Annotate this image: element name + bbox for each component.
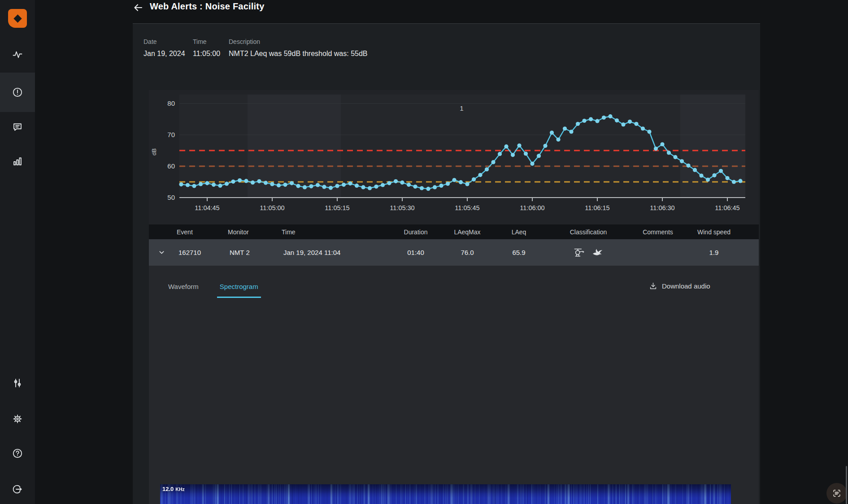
svg-text:11:05:45: 11:05:45 (455, 204, 479, 211)
brand-logo-icon[interactable] (8, 9, 27, 28)
sidebar-item-settings[interactable] (0, 406, 35, 431)
activity-icon (12, 49, 23, 60)
svg-text:1: 1 (460, 104, 463, 112)
description-label: Description (229, 38, 260, 45)
download-audio-button[interactable]: Download audio (649, 282, 710, 290)
svg-text:11:05:00: 11:05:00 (260, 204, 284, 211)
sliders-icon (12, 378, 23, 388)
event-cell: 162710 (174, 249, 225, 256)
svg-text:11:04:45: 11:04:45 (195, 204, 219, 211)
duration-cell: 01:40 (391, 249, 440, 256)
chevron-down-icon (158, 249, 165, 256)
gear-icon (12, 414, 23, 424)
column-header-monitor: Monitor (225, 228, 279, 236)
date-label: Date (144, 38, 157, 45)
svg-text:11:06:00: 11:06:00 (520, 204, 544, 211)
time-cell: Jan 19, 2024 11:04 (279, 249, 391, 256)
svg-text:11:05:15: 11:05:15 (325, 204, 349, 211)
monitor-cell: NMT 2 (225, 249, 279, 256)
sidebar-item-comments[interactable] (0, 114, 35, 139)
date-value: Jan 19, 2024 (144, 50, 185, 58)
description-value: NMT2 LAeq was 59dB threshold was: 55dB (229, 50, 368, 58)
laeqmax-cell: 76.0 (440, 249, 494, 256)
timeseries-chart: 5060708011:04:4511:05:0011:05:1511:05:30… (149, 90, 759, 220)
column-header-time: Time (279, 228, 391, 236)
logo-diamond-icon (13, 14, 22, 22)
alert-content-panel: 5060708011:04:4511:05:0011:05:1511:05:30… (149, 90, 759, 504)
wind-speed-cell: 1.9 (683, 249, 745, 256)
column-header-duration: Duration (391, 228, 440, 236)
column-header-event: Event (174, 228, 225, 236)
row-expand-toggle[interactable] (149, 249, 174, 256)
column-header-laeqmax: LAeqMax (440, 228, 494, 236)
column-header-wind-speed: Wind speed (683, 228, 745, 236)
event-detail-panel: Waveform Spectrogram Download audio 12.0… (149, 266, 759, 504)
alert-detail-card: Date Jan 19, 2024 Time 11:05:00 Descript… (133, 23, 760, 504)
freq-label-12-0: 12.0KHz (162, 486, 185, 492)
svg-text:11:06:30: 11:06:30 (650, 204, 674, 211)
svg-text:70: 70 (167, 131, 175, 138)
helicopter-icon (573, 246, 585, 258)
download-audio-label: Download audio (662, 282, 710, 290)
column-header-comments: Comments (633, 228, 683, 236)
app-root: Web Alerts : Noise Facility Date Jan 19,… (0, 0, 848, 504)
event-table-header: EventMonitorTimeDurationLAeqMaxLAeqClass… (149, 224, 759, 239)
svg-text:11:05:30: 11:05:30 (390, 204, 414, 211)
event-table-row[interactable]: 162710NMT 2Jan 19, 2024 11:0401:4076.065… (149, 239, 759, 266)
screen-capture-button[interactable] (826, 483, 847, 504)
svg-text:80: 80 (167, 99, 175, 107)
bird-icon (591, 246, 604, 258)
sidebar-item-alerts[interactable] (0, 73, 35, 112)
sidebar-item-filters[interactable] (0, 370, 35, 396)
column-header-classification: Classification (544, 228, 633, 236)
sidebar-item-help[interactable] (0, 441, 35, 466)
bar-chart-icon (12, 156, 23, 167)
tab-waveform[interactable]: Waveform (165, 279, 201, 298)
column-header-laeq: LAeq (494, 228, 544, 236)
alert-icon (12, 87, 23, 98)
comment-icon (12, 121, 23, 132)
scan-text-icon (832, 488, 842, 498)
time-value: 11:05:00 (193, 50, 220, 58)
time-label: Time (193, 38, 207, 45)
back-button[interactable] (131, 2, 145, 14)
sidebar (0, 0, 35, 504)
classification-cell (544, 246, 633, 258)
help-icon (12, 448, 23, 459)
sidebar-item-monitoring[interactable] (0, 42, 35, 67)
svg-text:dB: dB (151, 148, 157, 155)
noise-level-chart-wrap: 5060708011:04:4511:05:0011:05:1511:05:30… (149, 90, 759, 220)
spectrogram-panel: 12.0KHz9.6KHz7.2KHz4.8KHz2.4KHz0Hz (160, 484, 731, 504)
svg-text:11:06:45: 11:06:45 (715, 204, 739, 211)
tab-spectrogram[interactable]: Spectrogram (217, 279, 261, 298)
page-title: Web Alerts : Noise Facility (150, 1, 264, 12)
svg-text:11:06:15: 11:06:15 (585, 204, 609, 211)
spectrogram-canvas (160, 484, 731, 504)
sidebar-item-reports[interactable] (0, 149, 35, 174)
svg-text:60: 60 (167, 162, 175, 170)
download-icon (649, 282, 657, 290)
arrow-left-icon (133, 2, 144, 13)
vertical-scrollbar[interactable] (846, 466, 847, 504)
laeq-cell: 65.9 (494, 249, 544, 256)
detail-tabs: Waveform Spectrogram (165, 279, 261, 298)
svg-text:50: 50 (167, 194, 175, 201)
sidebar-item-logout[interactable] (0, 477, 35, 502)
logout-icon (12, 484, 23, 495)
